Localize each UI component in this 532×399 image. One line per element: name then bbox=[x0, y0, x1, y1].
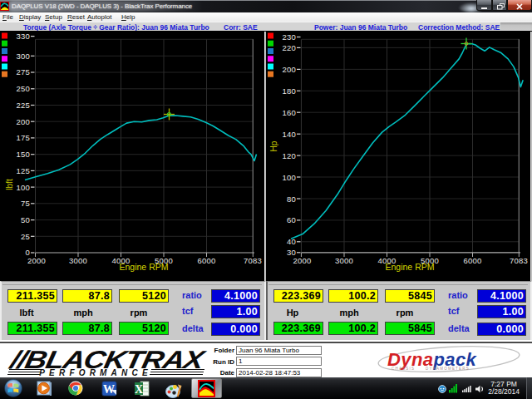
svg-text:Hp: Hp bbox=[269, 140, 278, 151]
svg-text:300: 300 bbox=[17, 52, 30, 61]
svg-text:PERFORMANCE: PERFORMANCE bbox=[39, 368, 152, 377]
svg-text:DYNAMOMETERS: DYNAMOMETERS bbox=[426, 367, 470, 371]
svg-text:CHASSIS: CHASSIS bbox=[392, 367, 415, 371]
svg-text:100: 100 bbox=[283, 173, 296, 182]
svg-text:200: 200 bbox=[17, 117, 30, 126]
svg-text:175: 175 bbox=[17, 133, 30, 142]
svg-text:150: 150 bbox=[17, 150, 30, 159]
svg-text:50: 50 bbox=[21, 215, 30, 224]
svg-text:275: 275 bbox=[17, 67, 30, 76]
svg-text:3000: 3000 bbox=[335, 256, 353, 265]
svg-text:6000: 6000 bbox=[198, 256, 216, 265]
svg-text:2000: 2000 bbox=[27, 256, 46, 265]
svg-text:220: 220 bbox=[283, 43, 296, 52]
svg-text:100: 100 bbox=[17, 183, 30, 192]
svg-text:250: 250 bbox=[17, 84, 30, 93]
svg-text:2000: 2000 bbox=[293, 256, 312, 265]
svg-text:230: 230 bbox=[283, 32, 296, 42]
svg-text:180: 180 bbox=[283, 86, 296, 96]
svg-text:160: 160 bbox=[283, 108, 296, 117]
svg-text:7083: 7083 bbox=[244, 256, 262, 265]
svg-text:lbft: lbft bbox=[5, 179, 14, 190]
svg-text:25: 25 bbox=[21, 232, 30, 241]
svg-text:3000: 3000 bbox=[69, 256, 87, 265]
svg-text:200: 200 bbox=[283, 65, 296, 74]
svg-text:W: W bbox=[103, 383, 115, 396]
svg-text:125: 125 bbox=[17, 166, 30, 175]
svg-text:225: 225 bbox=[17, 101, 30, 110]
svg-text:X: X bbox=[135, 383, 143, 396]
svg-text:330: 330 bbox=[17, 32, 30, 41]
svg-text:7083: 7083 bbox=[510, 256, 528, 265]
svg-text:120: 120 bbox=[283, 151, 296, 160]
svg-text:75: 75 bbox=[21, 199, 30, 208]
svg-text:60: 60 bbox=[287, 215, 296, 224]
svg-text:140: 140 bbox=[283, 130, 296, 139]
svg-text:6000: 6000 bbox=[464, 256, 482, 265]
svg-text:Engine RPM: Engine RPM bbox=[386, 262, 435, 272]
svg-text:Engine RPM: Engine RPM bbox=[120, 262, 169, 272]
svg-text:80: 80 bbox=[287, 195, 296, 204]
